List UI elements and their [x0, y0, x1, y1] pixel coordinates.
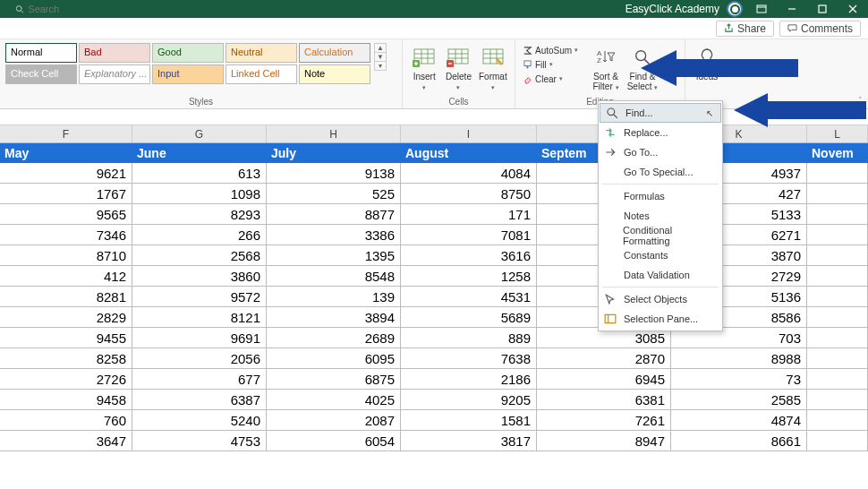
cell[interactable]: 4025 [267, 390, 401, 410]
data-grid[interactable]: 9621613913840844937176710985258750427956… [0, 163, 868, 451]
cell[interactable]: 1098 [132, 184, 267, 204]
styles-gallery[interactable]: Normal Bad Good Neutral Calculation Chec… [5, 43, 370, 84]
cell[interactable]: 3647 [0, 431, 132, 451]
style-good[interactable]: Good [152, 43, 224, 63]
month-header-row[interactable]: May June July August Septem r Novem [0, 143, 868, 163]
gallery-down-icon[interactable]: ▼ [375, 53, 386, 62]
cell[interactable]: 9205 [401, 390, 537, 410]
cell[interactable]: 6054 [267, 431, 401, 451]
month-july[interactable]: July [267, 143, 401, 163]
menu-goto-special[interactable]: Go To Special... [599, 162, 722, 182]
cell[interactable]: 8121 [132, 307, 267, 328]
style-explanatory[interactable]: Explanatory ... [79, 64, 150, 84]
cell[interactable] [807, 307, 868, 328]
cell[interactable]: 266 [132, 225, 267, 245]
cell[interactable]: 139 [267, 287, 401, 307]
style-calculation[interactable]: Calculation [299, 43, 370, 63]
cell[interactable]: 6945 [537, 369, 671, 390]
clear-button[interactable]: Clear ▾ [521, 72, 587, 86]
menu-notes[interactable]: Notes [599, 206, 722, 226]
table-row[interactable]: 9455969126898893085703 [0, 328, 868, 348]
table-row[interactable]: 176710985258750427 [0, 184, 868, 204]
cell[interactable]: 8293 [132, 204, 267, 225]
cell[interactable]: 9691 [132, 328, 267, 348]
minimize-button[interactable] [777, 0, 807, 18]
maximize-button[interactable] [807, 0, 838, 18]
cell[interactable]: 4531 [401, 287, 537, 307]
cell[interactable] [807, 369, 868, 390]
styles-gallery-more[interactable]: ▲ ▼ ▾ [374, 43, 387, 71]
cell[interactable]: 9138 [267, 163, 401, 184]
close-button[interactable] [838, 0, 868, 18]
cell[interactable] [807, 287, 868, 307]
cell[interactable]: 9621 [0, 163, 132, 184]
cell[interactable] [807, 184, 868, 204]
month-august[interactable]: August [401, 143, 537, 163]
style-linked-cell[interactable]: Linked Cell [226, 64, 297, 84]
cell[interactable]: 760 [0, 410, 132, 431]
autosum-button[interactable]: AutoSum ▾ [521, 43, 587, 57]
col-header-I[interactable]: I [401, 125, 537, 142]
search-input[interactable] [28, 4, 217, 14]
table-row[interactable]: 8281957213945315136 [0, 287, 868, 307]
cell[interactable]: 8947 [537, 431, 671, 451]
ribbon-display-options[interactable] [746, 0, 777, 18]
col-header-H[interactable]: H [267, 125, 401, 142]
share-button[interactable]: Share [716, 21, 774, 37]
cell[interactable] [807, 328, 868, 348]
cell[interactable] [807, 266, 868, 287]
cell[interactable]: 613 [132, 163, 267, 184]
menu-constants[interactable]: Constants [599, 245, 722, 265]
table-row[interactable]: 9565829388771715133 [0, 204, 868, 225]
col-header-F[interactable]: F [0, 125, 132, 142]
table-row[interactable]: 825820566095763828708988 [0, 348, 868, 369]
cell[interactable]: 3817 [401, 431, 537, 451]
cell[interactable] [807, 245, 868, 266]
table-row[interactable]: 282981213894568922778586 [0, 307, 868, 328]
table-row[interactable]: 87102568139536163870 [0, 245, 868, 266]
cell[interactable]: 7638 [401, 348, 537, 369]
search-box[interactable] [9, 2, 224, 16]
cell[interactable] [807, 390, 868, 410]
cell[interactable]: 2829 [0, 307, 132, 328]
cell[interactable]: 2056 [132, 348, 267, 369]
cell[interactable]: 2568 [132, 245, 267, 266]
table-row[interactable]: 364747536054381789478661 [0, 431, 868, 451]
menu-data-validation[interactable]: Data Validation [599, 265, 722, 285]
cell[interactable]: 6381 [537, 390, 671, 410]
menu-replace[interactable]: Replace... [599, 123, 722, 142]
cell[interactable]: 2585 [671, 390, 807, 410]
sort-filter-button[interactable]: AZ Sort &Filter ▾ [589, 43, 623, 93]
cell[interactable]: 6875 [267, 369, 401, 390]
cell[interactable]: 5240 [132, 410, 267, 431]
table-row[interactable]: 7346266338670816271 [0, 225, 868, 245]
cell[interactable]: 5689 [401, 307, 537, 328]
cell[interactable]: 8258 [0, 348, 132, 369]
table-row[interactable]: 945863874025920563812585 [0, 390, 868, 410]
cell[interactable] [807, 204, 868, 225]
format-button[interactable]: Format▾ [477, 43, 509, 93]
cell[interactable]: 9455 [0, 328, 132, 348]
menu-find[interactable]: Find... ↖ [600, 103, 721, 123]
cell[interactable]: 412 [0, 266, 132, 287]
cell[interactable]: 677 [132, 369, 267, 390]
menu-formulas[interactable]: Formulas [599, 186, 722, 206]
cell[interactable] [807, 348, 868, 369]
cell[interactable]: 6095 [267, 348, 401, 369]
cell[interactable] [807, 225, 868, 245]
month-june[interactable]: June [132, 143, 267, 163]
cell[interactable]: 3616 [401, 245, 537, 266]
style-note[interactable]: Note [299, 64, 370, 84]
cell[interactable]: 4874 [671, 410, 807, 431]
cell[interactable]: 8877 [267, 204, 401, 225]
worksheet[interactable]: F G H I J K L May June July August Septe… [0, 125, 868, 451]
cell[interactable]: 1581 [401, 410, 537, 431]
cell[interactable]: 171 [401, 204, 537, 225]
cell[interactable]: 9572 [132, 287, 267, 307]
cell[interactable]: 8988 [671, 348, 807, 369]
cell[interactable]: 9458 [0, 390, 132, 410]
menu-conditional-formatting[interactable]: Conditional Formatting [599, 226, 722, 245]
style-input[interactable]: Input [152, 64, 224, 84]
cell[interactable] [807, 431, 868, 451]
cell[interactable]: 4753 [132, 431, 267, 451]
